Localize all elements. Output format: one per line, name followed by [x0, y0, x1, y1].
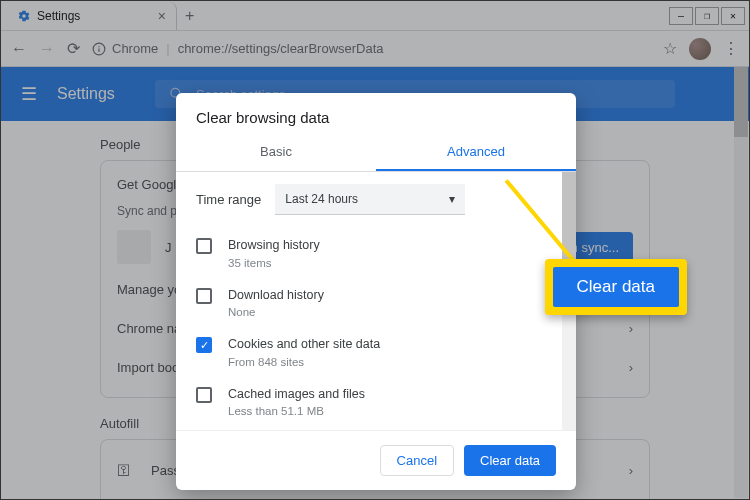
check-row[interactable]: ✓Cookies and other site dataFrom 848 sit… [196, 328, 556, 378]
clear-data-button[interactable]: Clear data [464, 445, 556, 476]
check-sublabel: None [228, 304, 324, 320]
dropdown-caret-icon: ▾ [449, 192, 455, 206]
check-row[interactable]: Cached images and filesLess than 51.1 MB [196, 378, 556, 428]
check-row[interactable]: Download historyNone [196, 279, 556, 329]
dialog-footer: Cancel Clear data [176, 430, 576, 490]
check-sublabel: 35 items [228, 255, 320, 271]
time-range-label: Time range [196, 192, 261, 207]
check-row[interactable]: Browsing history35 items [196, 229, 556, 279]
dialog-body: Time range Last 24 hours ▾ Browsing hist… [176, 172, 576, 430]
check-sublabel: Less than 51.1 MB [228, 403, 365, 419]
dialog-tabs: Basic Advanced [176, 134, 576, 172]
check-label: Download history [228, 287, 324, 305]
callout-button: Clear data [553, 267, 679, 307]
check-label: Cached images and files [228, 386, 365, 404]
checkbox[interactable] [196, 288, 212, 304]
cancel-button[interactable]: Cancel [380, 445, 454, 476]
check-row[interactable]: Passwords and other sign-in data2 passwo… [196, 427, 556, 430]
checkbox[interactable] [196, 387, 212, 403]
tab-basic[interactable]: Basic [176, 134, 376, 171]
clear-data-dialog: Clear browsing data Basic Advanced Time … [176, 93, 576, 490]
checkbox[interactable] [196, 238, 212, 254]
checkbox[interactable]: ✓ [196, 337, 212, 353]
tab-advanced[interactable]: Advanced [376, 134, 576, 171]
time-range-select[interactable]: Last 24 hours ▾ [275, 184, 465, 215]
check-label: Browsing history [228, 237, 320, 255]
check-sublabel: From 848 sites [228, 354, 380, 370]
check-label: Cookies and other site data [228, 336, 380, 354]
callout-highlight: Clear data [545, 259, 687, 315]
dialog-title: Clear browsing data [176, 93, 576, 134]
